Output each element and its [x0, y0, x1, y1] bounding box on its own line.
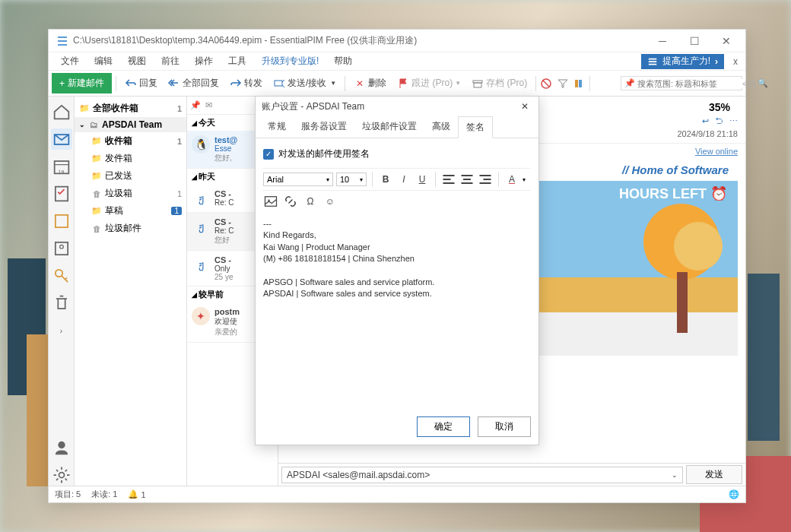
signature-editor[interactable]: --- Kind Regards, Kai Wang | Product Man…	[263, 215, 531, 403]
avatar: ჟ	[192, 189, 210, 207]
folder-account[interactable]: ⌄ 🗂 APSDAI Team	[75, 117, 186, 132]
send-receive-button[interactable]: 发送/接收▼	[268, 74, 341, 93]
folder-spam[interactable]: 🗑 垃圾邮件	[75, 220, 186, 237]
nav-profile[interactable]	[51, 437, 72, 458]
new-mail-button[interactable]: + 新建邮件	[52, 73, 112, 93]
more-icon[interactable]: ⋯	[729, 116, 738, 126]
search-box[interactable]: 📌 <Ct 🔍	[621, 76, 742, 90]
italic-button[interactable]: I	[396, 172, 411, 187]
align-center-button[interactable]	[459, 172, 475, 187]
ok-button[interactable]: 确定	[417, 416, 470, 437]
bold-button[interactable]: B	[378, 172, 393, 187]
svg-rect-0	[275, 81, 282, 86]
folder-trash[interactable]: 🗑 垃圾箱 1	[75, 185, 186, 202]
tab-general[interactable]: 常规	[260, 116, 294, 138]
promo-close-button[interactable]: x	[730, 56, 741, 67]
nav-settings[interactable]	[51, 464, 72, 486]
font-select[interactable]: Arial▾	[263, 173, 333, 186]
globe-icon[interactable]: 🌐	[729, 489, 739, 499]
folder-drafts[interactable]: 📁 草稿 1	[75, 202, 186, 220]
dialog-title: 账户设置 - APSDAI Team	[262, 100, 364, 113]
nav-calendar[interactable]: 19	[51, 156, 72, 177]
reply-icon[interactable]: ↩	[702, 116, 709, 126]
pin-icon[interactable]: 📌	[190, 100, 201, 110]
promo-banner[interactable]: 提高生产力! ›	[641, 54, 724, 69]
nav-passwords[interactable]	[51, 265, 72, 287]
folder-sent[interactable]: 📁 已发送	[75, 167, 186, 185]
chevron-down-icon: ⌄	[672, 471, 678, 479]
folder-inbox[interactable]: 📁 收件箱 1	[75, 132, 186, 150]
menu-view[interactable]: 视图	[120, 52, 154, 70]
reply-all-button[interactable]: 全部回复	[164, 74, 224, 93]
link-button[interactable]	[283, 194, 298, 209]
menu-file[interactable]: 文件	[53, 52, 87, 70]
dropdown-icon: ▼	[330, 80, 336, 87]
delete-button[interactable]: ✕删除	[349, 74, 391, 93]
font-color-button[interactable]: A	[504, 172, 519, 187]
titlebar: C:\Users\18181\Desktop\temp.34A06449.epi…	[49, 30, 745, 52]
menu-go[interactable]: 前往	[154, 52, 187, 70]
tab-signature[interactable]: 签名	[458, 116, 493, 138]
minimize-button[interactable]: ─	[646, 30, 678, 52]
follow-button[interactable]: 跟进 (Pro)▼	[392, 74, 465, 93]
forward-button[interactable]: 转发	[225, 74, 267, 93]
account-settings-dialog: 账户设置 - APSDAI Team ✕ 常规 服务器设置 垃圾邮件设置 高级 …	[255, 96, 539, 445]
send-button[interactable]: 发送	[686, 465, 742, 484]
pin-icon: 📌	[624, 78, 635, 88]
account-select[interactable]: APSDAI <sales@mail.apsdai.com> ⌄	[281, 467, 683, 483]
menu-tools[interactable]: 工具	[221, 52, 254, 70]
nav-contacts[interactable]	[51, 238, 72, 259]
symbol-button[interactable]: Ω	[303, 194, 318, 209]
nav-home[interactable]	[51, 101, 72, 122]
search-icon[interactable]: 🔍	[758, 78, 768, 88]
folder-all-inbox[interactable]: 📁 全部收件箱 1	[75, 100, 186, 117]
emoji-button[interactable]: ☺	[322, 194, 338, 209]
account-icon: 🗂	[88, 119, 99, 130]
sync-icon	[273, 78, 285, 90]
search-input[interactable]	[637, 79, 742, 88]
close-button[interactable]: ✕	[710, 30, 742, 52]
nav-trash[interactable]	[51, 293, 72, 314]
folder-outbox[interactable]: 📁 发件箱	[75, 150, 186, 167]
svg-point-11	[59, 245, 63, 249]
reply-button[interactable]: 回复	[120, 74, 162, 93]
cancel-button[interactable]: 取消	[478, 416, 531, 437]
block-icon[interactable]	[540, 78, 552, 90]
window-title: C:\Users\18181\Desktop\temp.34A06449.epi…	[73, 34, 646, 47]
columns-icon[interactable]	[573, 78, 586, 90]
send-bar: APSDAI <sales@mail.apsdai.com> ⌄ 发送	[278, 463, 745, 486]
svg-rect-9	[55, 215, 67, 227]
dialog-close-button[interactable]: ✕	[517, 99, 532, 114]
archive-button[interactable]: 存档 (Pro)	[467, 74, 532, 93]
filter-icon[interactable]	[557, 78, 569, 90]
menu-edit[interactable]: 编辑	[87, 52, 120, 70]
tab-spam[interactable]: 垃圾邮件设置	[354, 116, 424, 138]
chevron-down-icon[interactable]: ▾	[523, 176, 526, 183]
menu-actions[interactable]: 操作	[187, 52, 221, 70]
menubar: 文件 编辑 视图 前往 操作 工具 升级到专业版! 帮助 提高生产力! › x	[49, 52, 745, 71]
nav-notes[interactable]	[51, 211, 72, 232]
menu-help[interactable]: 帮助	[326, 52, 360, 70]
underline-button[interactable]: U	[415, 172, 430, 187]
nav-expand[interactable]: ›	[51, 320, 72, 341]
align-right-button[interactable]	[478, 172, 493, 187]
nav-rail: 19 ›	[49, 97, 75, 486]
reply-all-icon[interactable]: ⮌	[715, 116, 723, 126]
align-left-button[interactable]	[441, 172, 456, 187]
view-online-link[interactable]: View online	[695, 147, 738, 156]
tab-server[interactable]: 服务器设置	[294, 116, 354, 138]
folder-pane: 📁 全部收件箱 1 ⌄ 🗂 APSDAI Team 📁 收件箱 1 📁 发件箱 …	[75, 97, 187, 486]
image-button[interactable]	[263, 194, 278, 209]
size-select[interactable]: 10▾	[336, 173, 367, 186]
nav-tasks[interactable]	[51, 183, 72, 204]
tab-advanced[interactable]: 高级	[424, 116, 458, 138]
nav-mail[interactable]	[51, 128, 72, 150]
format-toolbar-2: Ω ☺	[263, 191, 531, 215]
use-signature-checkbox[interactable]: ✓ 对发送的邮件使用签名	[263, 144, 531, 168]
search-shortcut: <Ct	[742, 79, 755, 88]
svg-rect-5	[579, 80, 582, 87]
menu-upgrade[interactable]: 升级到专业版!	[254, 52, 326, 70]
envelope-icon[interactable]: ✉	[205, 100, 212, 110]
maximize-button[interactable]: ☐	[678, 30, 710, 52]
status-bell: 🔔1	[128, 489, 145, 499]
